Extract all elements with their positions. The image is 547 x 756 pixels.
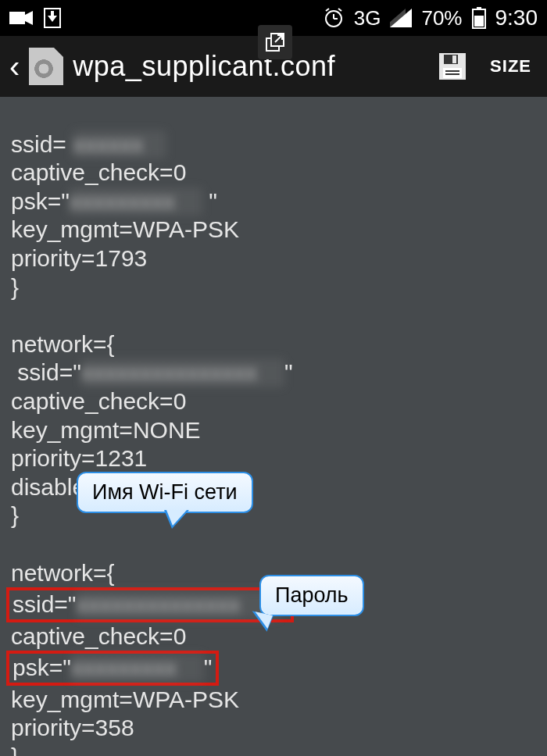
editor-line: ssid="xxxxxxxxxxxxxxx" (11, 359, 293, 385)
editor-line: ssid= xxxxxx (11, 131, 166, 157)
editor-line: network={ (11, 331, 115, 357)
editor-line: key_mgmt=WPA-PSK (11, 216, 239, 242)
callout-psk: Пароль (259, 575, 364, 616)
redacted-text: xxxxxxxxxxxxxx (77, 590, 280, 619)
size-button[interactable]: SIZE (481, 56, 541, 77)
callout-ssid: Имя Wi-Fi сети (77, 472, 253, 513)
editor-line: network={ (11, 560, 115, 586)
external-link-icon[interactable] (258, 25, 292, 59)
download-icon (44, 8, 61, 28)
editor-line: priority=1231 (11, 445, 147, 471)
svg-line-8 (338, 9, 341, 11)
save-icon (437, 51, 468, 82)
highlight-psk-box: psk="xxxxxxxxx" (6, 651, 219, 686)
callout-label: Пароль (275, 583, 349, 607)
svg-line-7 (326, 9, 329, 11)
svg-rect-22 (443, 68, 462, 78)
text-editor[interactable]: ssid= xxxxxx captive_check=0 psk="xxxxxx… (0, 97, 547, 756)
clock: 9:30 (495, 5, 538, 30)
redacted-text: xxxxxxxxxxxxxxx (81, 358, 284, 387)
editor-line: priority=358 (11, 715, 134, 740)
editor-line: key_mgmt=WPA-PSK (11, 686, 239, 712)
network-type-label: 3G (354, 6, 381, 30)
editor-line: captive_check=0 (11, 159, 186, 185)
camera-icon (9, 9, 33, 27)
editor-line: psk="xxxxxxxxx " (11, 188, 217, 214)
document-title: wpa_supplicant.conf (73, 50, 424, 83)
signal-icon (390, 9, 412, 27)
editor-line: captive_check=0 (11, 623, 186, 649)
status-left-icons (9, 8, 61, 28)
svg-rect-0 (9, 12, 25, 24)
redacted-text: xxxxxx (73, 130, 166, 159)
editor-line: captive_check=0 (11, 388, 186, 414)
document-settings-icon (29, 48, 66, 85)
editor-line: } (11, 274, 19, 300)
save-button[interactable] (431, 45, 474, 88)
svg-rect-21 (452, 55, 456, 63)
alarm-icon (323, 7, 345, 29)
callout-label: Имя Wi-Fi сети (92, 480, 238, 504)
svg-marker-3 (48, 11, 57, 22)
redacted-text: xxxxxxxxx (70, 187, 202, 216)
status-right-icons: 3G 70% 9:30 (323, 5, 538, 30)
battery-icon (472, 7, 486, 29)
editor-line: } (11, 502, 19, 528)
editor-line: } (11, 744, 19, 756)
battery-percent: 70% (421, 6, 462, 30)
svg-rect-14 (474, 16, 484, 27)
editor-line: priority=1793 (11, 245, 147, 271)
svg-marker-1 (25, 11, 33, 25)
redacted-text: xxxxxxxxx (71, 654, 204, 683)
editor-line: key_mgmt=NONE (11, 417, 201, 443)
back-button[interactable]: ‹ (6, 51, 23, 82)
